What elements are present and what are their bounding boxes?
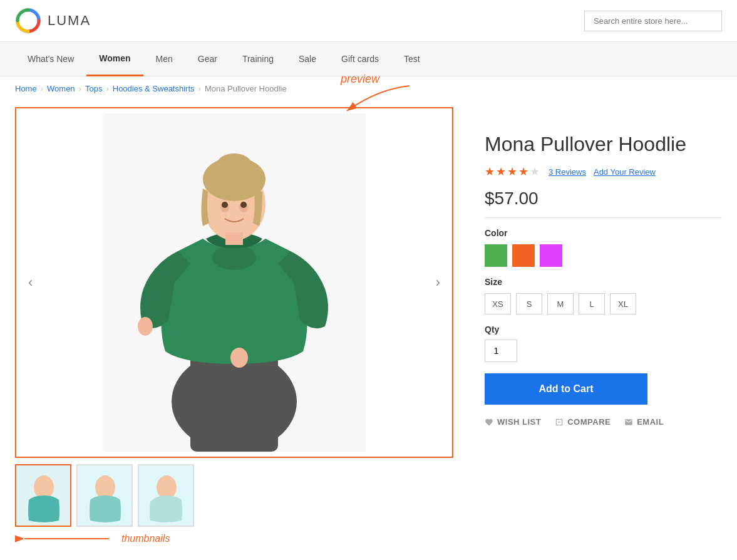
nav-item-training[interactable]: Training [230, 43, 286, 75]
main-nav: What's New Women Men Gear Training Sale … [0, 42, 737, 76]
nav-item-whats-new[interactable]: What's New [15, 43, 86, 75]
product-image-svg [103, 113, 366, 452]
logo-icon [15, 8, 41, 34]
reviews-count[interactable]: 3 Reviews [549, 167, 586, 177]
add-to-cart-button[interactable]: Add to Cart [485, 373, 647, 405]
size-label: Size [485, 277, 722, 287]
product-price: $57.00 [485, 189, 722, 209]
email-icon [624, 418, 633, 427]
thumbnail-3[interactable] [138, 464, 194, 527]
svg-rect-23 [558, 422, 561, 422]
breadcrumb-hoodies[interactable]: Hoodies & Sweatshirts [113, 84, 195, 93]
main-product-image: ‹ [15, 107, 453, 458]
logo-text: LUMA [48, 13, 91, 29]
price-divider [485, 217, 722, 218]
compare-link[interactable]: COMPARE [555, 417, 611, 427]
action-links: WISH LIST COMPARE EMAIL [485, 417, 722, 427]
size-xl[interactable]: XL [610, 293, 636, 314]
thumbnails-arrow [15, 529, 115, 548]
qty-label: Qty [485, 324, 722, 334]
search-input[interactable] [584, 11, 722, 31]
thumb-3-image [139, 465, 194, 527]
svg-point-0 [16, 8, 41, 33]
thumbnail-1[interactable] [15, 464, 71, 527]
breadcrumb-women[interactable]: Women [47, 84, 75, 93]
product-info: Mona Pullover Hoodlie ★★★★★ 3 Reviews Ad… [485, 107, 722, 548]
thumb-1-image [16, 465, 71, 527]
thumbnails-row [15, 464, 466, 527]
compare-icon [555, 418, 564, 427]
svg-point-12 [240, 202, 247, 208]
email-label: EMAIL [637, 417, 664, 427]
add-review-link[interactable]: Add Your Review [594, 167, 656, 177]
nav-item-men[interactable]: Men [143, 43, 185, 75]
thumbnails-annotation-text: thumbnails [121, 533, 170, 544]
product-image-section: preview ‹ [15, 107, 466, 548]
breadcrumb-sep-2: › [79, 84, 81, 93]
qty-input[interactable] [485, 340, 517, 362]
svg-point-11 [222, 202, 228, 208]
header: LUMA [0, 0, 737, 42]
color-swatch-green[interactable] [485, 244, 507, 267]
thumbnail-2[interactable] [76, 464, 133, 527]
wish-list-label: WISH LIST [497, 417, 541, 427]
size-l[interactable]: L [579, 293, 605, 314]
size-xs[interactable]: XS [485, 293, 511, 314]
breadcrumb-tops[interactable]: Tops [85, 84, 102, 93]
nav-item-test[interactable]: Test [391, 43, 433, 75]
nav-item-gift-cards[interactable]: Gift cards [329, 43, 391, 75]
svg-point-14 [138, 317, 153, 336]
size-options: XS S M L XL [485, 293, 722, 314]
compare-label: COMPARE [567, 417, 611, 427]
thumbnails-section: thumbnails [15, 464, 466, 548]
thumb-2-image [78, 465, 133, 527]
wish-list-link[interactable]: WISH LIST [485, 417, 541, 427]
product-title: Mona Pullover Hoodlie [485, 132, 722, 156]
nav-item-sale[interactable]: Sale [286, 43, 329, 75]
svg-point-15 [230, 348, 248, 368]
svg-point-5 [212, 245, 256, 270]
logo-area: LUMA [15, 8, 91, 34]
main-content: preview ‹ [0, 101, 737, 560]
next-image-button[interactable]: › [427, 268, 449, 297]
breadcrumb: Home › Women › Tops › Hoodies & Sweatshi… [0, 76, 737, 101]
color-swatch-orange[interactable] [512, 244, 535, 267]
color-swatches [485, 244, 722, 267]
breadcrumb-home[interactable]: Home [15, 84, 37, 93]
breadcrumb-current: Mona Pullover Hoodlie [205, 84, 287, 93]
color-swatch-magenta[interactable] [540, 244, 562, 267]
rating-row: ★★★★★ 3 Reviews Add Your Review [485, 165, 722, 179]
size-s[interactable]: S [516, 293, 542, 314]
heart-icon [485, 418, 493, 427]
breadcrumb-sep-4: › [198, 84, 201, 93]
breadcrumb-sep-1: › [41, 84, 43, 93]
nav-item-women[interactable]: Women [86, 42, 143, 76]
svg-point-8 [217, 153, 252, 176]
nav-item-gear[interactable]: Gear [185, 43, 230, 75]
breadcrumb-sep-3: › [106, 84, 108, 93]
email-link[interactable]: EMAIL [624, 417, 664, 427]
size-m[interactable]: M [547, 293, 574, 314]
star-rating: ★★★★★ [485, 165, 541, 179]
svg-rect-13 [225, 232, 243, 245]
svg-rect-4 [190, 351, 278, 452]
prev-image-button[interactable]: ‹ [19, 268, 41, 297]
color-label: Color [485, 228, 722, 238]
thumbnails-annotation: thumbnails [15, 529, 466, 548]
